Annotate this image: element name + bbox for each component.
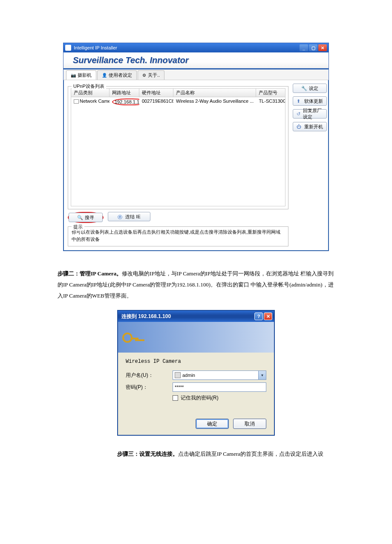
button-label: 重新开机 [304, 124, 323, 130]
ok-button[interactable]: 确定 [196, 419, 229, 429]
search-highlight-oval: 🔍 搜寻 [68, 212, 104, 223]
wrench-icon: 🔧 [301, 86, 306, 91]
installer-window: Intelligent IP Installer _ ▢ ✕ Surveilla… [63, 43, 329, 251]
username-field[interactable]: admin ▼ [173, 370, 266, 380]
tab-label: 关于.. [148, 72, 160, 78]
tab-label: 摄影机 [78, 72, 92, 78]
table-row[interactable]: Network Camera 192.168.1.100 002719E861C… [71, 97, 285, 107]
bottom-toolbar: 🔍 搜寻 ⓔ 连结 IE [68, 212, 288, 223]
update-icon: ⬆ [297, 98, 302, 104]
factory-reset-button[interactable]: ↺ 回复原厂设定 [293, 109, 327, 119]
col-ip[interactable]: 网路地址 [110, 89, 139, 97]
remember-checkbox[interactable] [173, 395, 178, 401]
col-product-type[interactable]: 产品类别 [71, 89, 110, 97]
right-column: 🔧 设定 ⬆ 软体更新 ↺ 回复原厂设定 ⏻ 重新开机 [293, 84, 327, 246]
search-button[interactable]: 🔍 搜寻 [69, 213, 103, 222]
cell-type: Network Camera [80, 98, 110, 104]
app-icon [65, 45, 71, 51]
password-value: ***** [175, 385, 184, 390]
step3-bold: 步骤三：设置无线连接。 [117, 451, 178, 457]
user-icon: 👤 [102, 73, 107, 78]
dialog-title: 连接到 192.168.1.100 [121, 313, 254, 320]
reboot-button[interactable]: ⏻ 重新开机 [293, 122, 327, 131]
col-model[interactable]: 产品型号 [256, 89, 285, 97]
left-column: UPnP设备列表 产品类别 网路地址 硬件地址 产品名称 产品型号 Networ… [68, 84, 288, 246]
auth-dialog: 连接到 192.168.1.100 ? ✕ Wireless IP Camera… [117, 310, 275, 436]
help-button[interactable]: ? [254, 313, 263, 320]
settings-button[interactable]: 🔧 设定 [293, 84, 327, 93]
button-label: 搜寻 [85, 214, 94, 221]
person-icon [175, 372, 181, 378]
device-icon [74, 99, 79, 104]
remember-row: 记住我的密码(R) [173, 394, 266, 402]
close-button[interactable]: ✕ [318, 44, 327, 51]
search-icon: 🔍 [77, 215, 82, 220]
cell-name: Wireless 2-Way Audio Surveillance ... [173, 98, 256, 106]
password-row: 密码(P)： ***** [126, 382, 266, 392]
tabstrip: 📷 摄影机 👤 使用者设定 ⚙ 关于.. [63, 69, 329, 80]
table-empty-area [71, 107, 285, 206]
button-label: 连结 IE [125, 214, 140, 220]
factory-icon: ↺ [297, 111, 300, 116]
hint-box: 提示 你可以在设备列表上点选设备后再点击执行相关功能按键,或是点击搜寻清除设备列… [68, 226, 288, 246]
table-headers: 产品类别 网路地址 硬件地址 产品名称 产品型号 [71, 88, 285, 97]
cell-model: TL-SC3130G [256, 98, 285, 106]
brand-strip: Surveillance Tech. Innovator [63, 52, 329, 69]
button-label: 回复原厂设定 [303, 107, 323, 120]
button-label: 设定 [309, 85, 318, 92]
hint-label: 提示 [72, 223, 84, 231]
cell-mac: 002719E861C8 [139, 98, 173, 106]
tab-label: 使用者设定 [109, 72, 132, 78]
step2-bold: 步骤二：管理IP Camera。 [58, 270, 122, 277]
group-label: UPnP设备列表 [72, 83, 106, 90]
username-label: 用户名(U)： [126, 372, 173, 379]
link-ie-button[interactable]: ⓔ 连结 IE [108, 212, 150, 221]
step3-rest: 点击确定后跳至IP Camera的首页主界面，点击设定后进入设 [178, 451, 323, 457]
app-body: UPnP设备列表 产品类别 网路地址 硬件地址 产品名称 产品型号 Networ… [63, 80, 329, 251]
tab-about[interactable]: ⚙ 关于.. [138, 70, 164, 80]
cancel-button[interactable]: 取消 [233, 419, 266, 429]
maximize-button[interactable]: ▢ [309, 44, 317, 51]
dialog-footer: 确定 取消 [118, 406, 274, 435]
key-icon [122, 330, 137, 344]
dialog-close-button[interactable]: ✕ [264, 313, 272, 320]
username-row: 用户名(U)： admin ▼ [126, 370, 266, 380]
password-label: 密码(P)： [126, 384, 173, 391]
cell-ip: 192.168.1.100 [115, 99, 139, 104]
button-label: 软体更新 [304, 98, 323, 104]
password-field[interactable]: ***** [173, 382, 266, 392]
tab-camera[interactable]: 📷 摄影机 [66, 70, 96, 80]
window-title: Intelligent IP Installer [74, 45, 299, 50]
dialog-banner [118, 322, 274, 353]
firmware-update-button[interactable]: ⬆ 软体更新 [293, 96, 327, 106]
dialog-body: Wireless IP Camera 用户名(U)： admin ▼ 密码(P)… [118, 353, 274, 406]
power-icon: ⏻ [297, 124, 302, 129]
gear-icon: ⚙ [142, 73, 146, 78]
chevron-down-icon[interactable]: ▼ [258, 371, 266, 379]
col-mac[interactable]: 硬件地址 [139, 89, 173, 97]
ip-highlight-oval: 192.168.1.100 [112, 98, 139, 105]
camera-icon: 📷 [71, 73, 76, 78]
remember-label: 记住我的密码(R) [181, 394, 219, 402]
titlebar: Intelligent IP Installer _ ▢ ✕ [63, 43, 329, 52]
brand-text: Surveillance Tech. Innovator [73, 55, 189, 65]
col-product-name[interactable]: 产品名称 [173, 89, 256, 97]
tab-user-settings[interactable]: 👤 使用者设定 [97, 70, 137, 80]
dialog-titlebar: 连接到 192.168.1.100 ? ✕ [118, 311, 274, 322]
username-value: admin [182, 373, 195, 378]
device-list-group: UPnP设备列表 产品类别 网路地址 硬件地址 产品名称 产品型号 Networ… [68, 86, 288, 209]
step3-paragraph: 步骤三：设置无线连接。点击确定后跳至IP Camera的首页主界面，点击设定后进… [117, 449, 334, 460]
ie-icon: ⓔ [118, 214, 123, 219]
step2-paragraph: 步骤二：管理IP Camera。修改电脑的IP地址，与IP Camera的IP地… [58, 268, 334, 301]
hint-text: 你可以在设备列表上点选设备后再点击执行相关功能按键,或是点击搜寻清除设备列表,重… [72, 229, 280, 242]
minimize-button[interactable]: _ [300, 44, 308, 51]
auth-realm-text: Wireless IP Camera [126, 359, 266, 365]
